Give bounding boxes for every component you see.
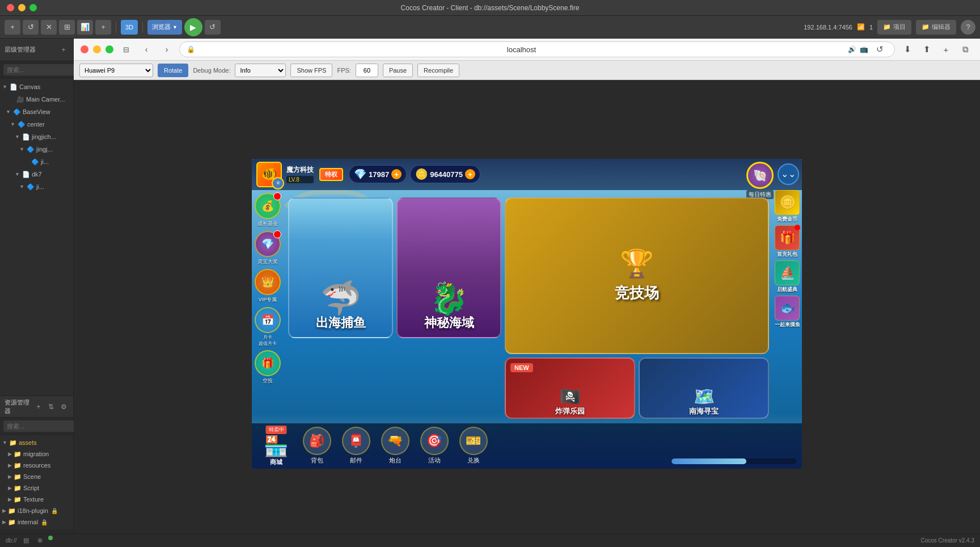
left-menu-airdrop[interactable]: 🎁 空投 (255, 350, 281, 385)
asset-item-resources[interactable]: ▶ 📁 resources (0, 460, 73, 471)
left-menu-monthly-card[interactable]: 📅 月卡超值月卡 (255, 307, 281, 347)
share-button[interactable]: ⬆ (919, 41, 935, 57)
minimize-button[interactable] (18, 4, 26, 11)
sort-asset-button[interactable]: ⇅ (46, 402, 56, 412)
left-menu-treasure[interactable]: 💎 灵宝大奖 (255, 231, 281, 266)
arena-card-title: 竞技场 (615, 283, 659, 303)
right-menu-free-gold[interactable]: 🪙 免费金币 (772, 190, 802, 223)
browser-back-button[interactable]: ‹ (138, 41, 154, 57)
treasure-badge (273, 230, 281, 238)
right-menu-fish-together[interactable]: 🐟 一起来摸鱼 (772, 296, 802, 329)
tree-item-ji2[interactable]: ▼ 🔷 ji... (0, 180, 73, 193)
left-menu-vip[interactable]: 👑 VIP专属 (255, 269, 281, 304)
right-menu-voyage[interactable]: ⛵ 启航盛典 (772, 260, 802, 293)
game-card-fishing[interactable]: 🦈 出海捕鱼 (288, 197, 393, 338)
settings-icon[interactable]: ⚙ (58, 402, 69, 412)
browser-dropdown-button[interactable]: 浏览器 ▼ (147, 20, 182, 35)
wifi-icon: 📶 (857, 23, 865, 31)
refresh-button[interactable]: ↺ (23, 20, 39, 35)
scroll-down-button[interactable]: ⌄⌄ (778, 163, 799, 185)
add-coin-button[interactable]: + (465, 169, 475, 179)
game-card-mystery[interactable]: 🐉 神秘海域 (396, 197, 501, 338)
device-select[interactable]: Huawei P9 (79, 64, 153, 77)
asset-item-assets[interactable]: ▼ 📁 assets (0, 437, 73, 448)
show-fps-button[interactable]: Show FPS (290, 64, 332, 77)
debug-mode-select[interactable]: Info (235, 64, 286, 77)
bottom-backpack[interactable]: 🎒 背包 (298, 427, 335, 465)
asset-manager: 资源管理器 + ⇅ ⚙ ▼ 📁 assets ▶ 📁 (0, 395, 73, 530)
browser-sidebar-toggle[interactable]: ⊟ (118, 41, 134, 57)
bottom-mail[interactable]: 📮 邮件 (337, 427, 374, 465)
tree-item-center[interactable]: ▼ 🔷 center (0, 118, 73, 131)
game-viewport: 🐠 ⑥ 魔方科技 LV.8 特权 💎 17987 (74, 80, 980, 547)
game-card-arena[interactable]: 🏆 竞技场 (505, 197, 769, 354)
play-button[interactable]: ▶ (184, 18, 202, 36)
browser-minimize-button[interactable] (93, 45, 101, 53)
browser-address-bar[interactable]: 🔒 localhost 🔊 📺 ↺ (179, 41, 895, 57)
debug-bar: Huawei P9 Rotate Debug Mode: Info Show F… (74, 61, 980, 80)
browser-maximize-button[interactable] (105, 45, 113, 53)
close-panel-button[interactable]: ✕ (41, 20, 57, 35)
pause-button[interactable]: Pause (383, 64, 413, 77)
pirates-card-title: 炸弹乐园 (506, 406, 634, 416)
bottom-shop[interactable]: 特卖中 🏪 商城 (256, 426, 296, 466)
game-card-pirates[interactable]: NEW 🏴‍☠️ 炸弹乐园 (505, 357, 635, 419)
bottom-cannon[interactable]: 🔫 炮台 (377, 427, 413, 465)
browser-close-button[interactable] (81, 45, 88, 53)
left-menu-growth-fund[interactable]: 💰 成长基金 (255, 193, 281, 228)
asset-item-texture[interactable]: ▶ 📁 Texture (0, 494, 73, 505)
bottom-activity[interactable]: 🎯 活动 (416, 427, 453, 465)
bottom-exchange[interactable]: 🎫 兑换 (455, 427, 492, 465)
3d-mode-button[interactable]: 3D (121, 20, 138, 35)
asset-item-script[interactable]: ▶ 📁 Script (0, 482, 73, 494)
add-button[interactable]: + (95, 20, 111, 35)
asset-item-internal[interactable]: ▶ 📁 internal 🔒 (0, 516, 73, 528)
browser-forward-button[interactable]: › (159, 41, 175, 57)
stats-button[interactable]: 📊 (77, 20, 93, 35)
sub-games-row: NEW 🏴‍☠️ 炸弹乐园 🗺️ 南海寻宝 (505, 357, 769, 419)
tree-item-ji[interactable]: 🔷 ji... (0, 155, 73, 168)
coin-icon: 🪙 (415, 168, 428, 180)
close-button[interactable] (7, 4, 14, 11)
add-diamond-button[interactable]: + (391, 169, 402, 179)
backpack-label: 背包 (311, 456, 323, 465)
layout-button[interactable]: ⊞ (59, 20, 75, 35)
status-add-button[interactable]: ⊕ (35, 536, 45, 546)
maximize-button[interactable] (29, 4, 37, 11)
diamond-icon: 💎 (354, 168, 366, 180)
player-avatar-container: 🐠 ⑥ (256, 162, 282, 187)
growth-fund-badge (273, 192, 281, 200)
add-node-button[interactable]: + (5, 20, 20, 35)
tree-item-dk7[interactable]: ▼ 📄 dk7 (0, 168, 73, 180)
tree-item-jingji1[interactable]: ▼ 📄 jingjich... (0, 131, 73, 143)
add-layer-button[interactable]: + (58, 45, 69, 55)
add-asset-button[interactable]: + (33, 402, 44, 412)
asset-item-scene[interactable]: ▶ 📁 Scene (0, 471, 73, 482)
game-card-treasure[interactable]: 🗺️ 南海寻宝 (639, 357, 769, 419)
tree-item-canvas[interactable]: ▼ 📄 Canvas (0, 81, 73, 93)
level-badge: ⑥ (272, 177, 284, 190)
refresh-scene-button[interactable]: ↺ (205, 20, 221, 35)
asset-item-migration[interactable]: ▶ 📁 migration (0, 448, 73, 460)
separator (116, 22, 116, 33)
coin-value: 96440775 (430, 170, 463, 179)
activity-label: 活动 (428, 456, 441, 465)
address-reload-button[interactable]: ↺ (872, 41, 888, 57)
editor-button[interactable]: 📁 编辑器 (916, 20, 956, 35)
help-button[interactable]: ? (961, 20, 975, 35)
download-button[interactable]: ⬇ (899, 41, 915, 57)
rotate-button[interactable]: Rotate (158, 64, 188, 77)
status-layers-button[interactable]: ▤ (21, 536, 31, 546)
tree-item-jingj[interactable]: ▼ 🔷 jingj... (0, 143, 73, 155)
right-menu-first-gift[interactable]: 🎁 首充礼包 (772, 225, 802, 258)
version-text: Cocos Creator v2.4.3 (921, 537, 975, 544)
tabs-overview-button[interactable]: ⧉ (957, 41, 973, 57)
new-tab-button[interactable]: + (938, 41, 954, 57)
asset-item-i18n[interactable]: ▶ 📁 i18n-plugin 🔒 (0, 505, 73, 516)
fps-input[interactable] (356, 64, 378, 77)
project-button[interactable]: 📁 项目 (877, 20, 911, 35)
first-gift-badge (795, 225, 800, 230)
recompile-button[interactable]: Recompile (417, 64, 459, 77)
tree-item-main-camera[interactable]: 🎥 Main Camer... (0, 93, 73, 106)
tree-item-baseview[interactable]: ▼ 🔷 BaseView (0, 106, 73, 118)
